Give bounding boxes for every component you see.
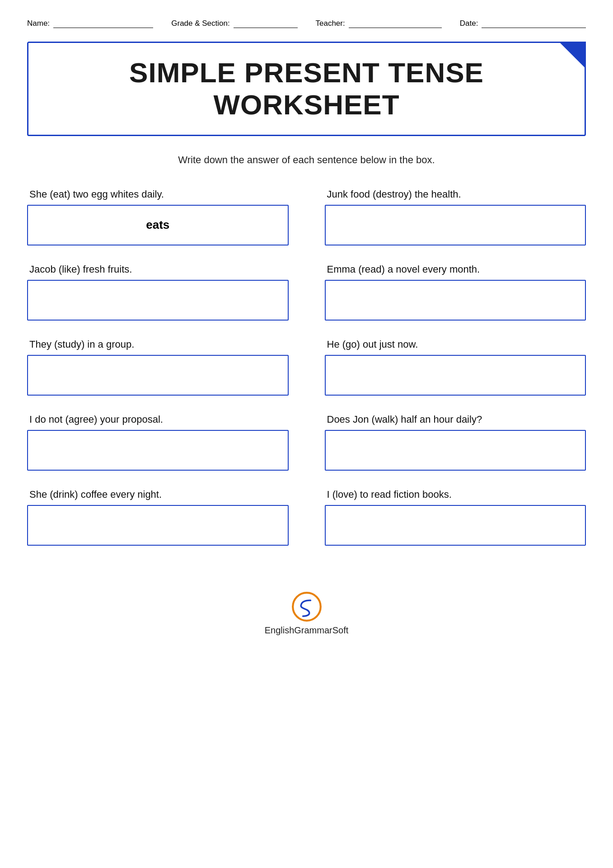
exercise-item-3: Emma (read) a novel every month. — [325, 264, 586, 321]
sentence-4: They (study) in a group. — [27, 339, 289, 350]
corner-fold — [559, 42, 586, 69]
sentence-5: He (go) out just now. — [325, 339, 586, 350]
date-field: Date: — [460, 18, 586, 28]
brand-name: EnglishGrammarSoft — [265, 625, 349, 636]
sentence-3: Emma (read) a novel every month. — [325, 264, 586, 275]
name-label: Name: — [27, 19, 50, 28]
brand-logo — [291, 591, 323, 623]
grade-field: Grade & Section: — [171, 18, 297, 28]
teacher-label: Teacher: — [316, 19, 345, 28]
exercise-item-9: I (love) to read fiction books. — [325, 489, 586, 546]
answer-box-4[interactable] — [27, 355, 289, 396]
title-box: SIMPLE PRESENT TENSE WORKSHEET — [27, 42, 586, 136]
title-line2: WORKSHEET — [214, 89, 400, 120]
exercise-item-1: Junk food (destroy) the health. — [325, 189, 586, 245]
sentence-0: She (eat) two egg whites daily. — [27, 189, 289, 200]
date-label: Date: — [460, 19, 478, 28]
exercise-item-7: Does Jon (walk) half an hour daily? — [325, 414, 586, 471]
exercise-item-4: They (study) in a group. — [27, 339, 289, 396]
answer-box-5[interactable] — [325, 355, 586, 396]
answer-box-6[interactable] — [27, 430, 289, 471]
answer-box-2[interactable] — [27, 280, 289, 321]
instructions-text: Write down the answer of each sentence b… — [27, 154, 586, 166]
teacher-line — [349, 18, 442, 28]
corner-fold-triangle — [559, 42, 586, 69]
title-line1: SIMPLE PRESENT TENSE — [129, 57, 484, 88]
exercise-grid: She (eat) two egg whites daily.eatsJunk … — [27, 189, 586, 564]
answer-box-3[interactable] — [325, 280, 586, 321]
answer-box-1[interactable] — [325, 205, 586, 245]
answer-box-0[interactable]: eats — [27, 205, 289, 245]
answer-box-7[interactable] — [325, 430, 586, 471]
exercise-item-5: He (go) out just now. — [325, 339, 586, 396]
header-fields: Name: Grade & Section: Teacher: Date: — [27, 18, 586, 28]
date-line — [482, 18, 586, 28]
teacher-field: Teacher: — [316, 18, 442, 28]
answer-box-9[interactable] — [325, 505, 586, 546]
sentence-1: Junk food (destroy) the health. — [325, 189, 586, 200]
exercise-item-0: She (eat) two egg whites daily.eats — [27, 189, 289, 245]
exercise-item-8: She (drink) coffee every night. — [27, 489, 289, 546]
grade-line — [234, 18, 298, 28]
exercise-item-6: I do not (agree) your proposal. — [27, 414, 289, 471]
footer: EnglishGrammarSoft — [27, 591, 586, 636]
exercise-item-2: Jacob (like) fresh fruits. — [27, 264, 289, 321]
name-field: Name: — [27, 18, 153, 28]
worksheet-title: SIMPLE PRESENT TENSE WORKSHEET — [56, 57, 557, 121]
sentence-6: I do not (agree) your proposal. — [27, 414, 289, 425]
name-line — [53, 18, 153, 28]
answer-box-8[interactable] — [27, 505, 289, 546]
sentence-7: Does Jon (walk) half an hour daily? — [325, 414, 586, 425]
sentence-8: She (drink) coffee every night. — [27, 489, 289, 500]
grade-label: Grade & Section: — [171, 19, 229, 28]
sentence-9: I (love) to read fiction books. — [325, 489, 586, 500]
sentence-2: Jacob (like) fresh fruits. — [27, 264, 289, 275]
